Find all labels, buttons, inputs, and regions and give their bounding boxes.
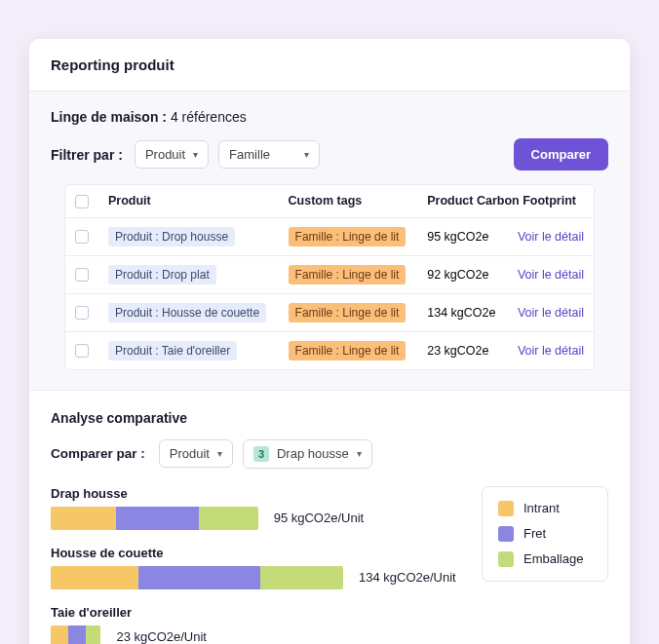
produit-tag: Produit : Drop plat [108, 265, 216, 284]
produit-tag: Produit : Drop housse [108, 227, 235, 246]
card-header: Reporting produit [29, 39, 630, 92]
category-label: Linge de maison : [51, 109, 167, 125]
chevron-down-icon: ▾ [193, 149, 198, 160]
filter-row: Filtrer par : Produit ▾ Famille ▾ Compar… [51, 138, 608, 170]
famille-tag: Famille : Linge de lit [289, 341, 407, 360]
bar-segment [199, 507, 257, 530]
chevron-down-icon: ▾ [304, 149, 309, 160]
famille-tag: Famille : Linge de lit [289, 303, 407, 322]
bar-group: Drap housse95 kgCO2e/Unit [51, 486, 458, 530]
select-value: Produit [170, 446, 210, 461]
filter-select-produit[interactable]: Produit ▾ [135, 140, 209, 169]
compare-by-label: Comparer par : [51, 446, 145, 461]
bar-row: 23 kgCO2e/Unit [51, 625, 458, 644]
row-checkbox[interactable] [75, 230, 89, 244]
stacked-bar [51, 566, 343, 589]
detail-link[interactable]: Voir le détail [518, 306, 584, 320]
bar-title: Drap housse [51, 486, 458, 501]
legend-emballage: Emballage [498, 551, 592, 567]
bar-title: Taie d'oreiller [51, 605, 458, 620]
detail-link[interactable]: Voir le détail [518, 230, 584, 244]
bar-segment [68, 625, 86, 644]
chevron-down-icon: ▾ [357, 448, 362, 459]
detail-link[interactable]: Voir le détail [518, 344, 584, 358]
chart-bars: Drap housse95 kgCO2e/UnitHousse de couet… [51, 486, 458, 644]
swatch-icon [498, 501, 514, 516]
table-row: Produit : Taie d'oreillerFamille : Linge… [65, 331, 594, 369]
bar-segment [260, 566, 343, 589]
swatch-icon [498, 526, 514, 542]
select-value: Produit [145, 147, 185, 162]
selection-count-badge: 3 [253, 446, 269, 462]
table-row: Produit : Drop housseFamille : Linge de … [65, 217, 594, 255]
analysis-section: Analyse comparative Comparer par : Produ… [29, 391, 630, 644]
produit-tag: Produit : Housse de couette [108, 303, 266, 322]
select-all-checkbox[interactable] [75, 195, 89, 208]
pcf-value: 92 kgCO2e [417, 255, 506, 293]
bar-segment [51, 566, 138, 589]
bar-segment [138, 566, 260, 589]
legend-fret: Fret [498, 526, 592, 542]
reference-count: Linge de maison : 4 références [51, 109, 608, 125]
page-title: Reporting produit [51, 57, 608, 73]
legend-intrant: Intrant [498, 501, 592, 516]
analysis-body: Drap housse95 kgCO2e/UnitHousse de couet… [51, 486, 608, 644]
select-value: Famille [229, 147, 270, 162]
produit-tag: Produit : Taie d'oreiller [108, 341, 237, 360]
detail-link[interactable]: Voir le détail [518, 268, 584, 282]
bar-value: 23 kgCO2e/Unit [116, 629, 207, 644]
col-produit: Produit [98, 185, 279, 217]
pcf-value: 134 kgCO2e [417, 293, 506, 331]
legend-label: Fret [523, 526, 546, 541]
filter-section: Linge de maison : 4 références Filtrer p… [29, 92, 630, 391]
filter-select-famille[interactable]: Famille ▾ [218, 140, 320, 169]
pcf-value: 23 kgCO2e [417, 331, 506, 369]
compare-row: Comparer par : Produit ▾ 3 Drap housse ▾ [51, 439, 608, 469]
bar-segment [116, 507, 199, 530]
reference-text: 4 références [171, 109, 247, 125]
swatch-icon [498, 551, 514, 567]
bar-segment [51, 507, 116, 530]
chart-legend: Intrant Fret Emballage [482, 486, 608, 582]
legend-label: Intrant [523, 501, 560, 515]
table-row: Produit : Drop platFamille : Linge de li… [65, 255, 594, 293]
bar-title: Housse de couette [51, 546, 458, 560]
filter-by-label: Filtrer par : [51, 147, 123, 163]
famille-tag: Famille : Linge de lit [289, 265, 407, 284]
bar-segment [51, 625, 68, 644]
bar-group: Housse de couette134 kgCO2e/Unit [51, 546, 458, 589]
table-header-row: Produit Custom tags Product Carbon Footp… [65, 185, 594, 217]
bar-row: 134 kgCO2e/Unit [51, 566, 458, 589]
col-pcf: Product Carbon Footprint [417, 185, 594, 217]
bar-value: 95 kgCO2e/Unit [274, 511, 365, 525]
stacked-bar [51, 507, 258, 530]
analysis-title: Analyse comparative [51, 410, 608, 426]
bar-segment [86, 625, 101, 644]
compare-select-produit[interactable]: Produit ▾ [159, 439, 233, 468]
pcf-value: 95 kgCO2e [417, 217, 506, 255]
compare-select-item[interactable]: 3 Drap housse ▾ [243, 439, 372, 469]
famille-tag: Famille : Linge de lit [289, 227, 407, 246]
product-table: Produit Custom tags Product Carbon Footp… [64, 184, 595, 370]
col-tags: Custom tags [279, 185, 418, 217]
row-checkbox[interactable] [75, 344, 89, 358]
select-value: Drap housse [277, 446, 349, 461]
table-row: Produit : Housse de couetteFamille : Lin… [65, 293, 594, 331]
legend-label: Emballage [523, 551, 583, 566]
compare-button[interactable]: Comparer [514, 138, 608, 170]
stacked-bar [51, 625, 100, 644]
chevron-down-icon: ▾ [217, 448, 222, 459]
bar-row: 95 kgCO2e/Unit [51, 507, 458, 530]
row-checkbox[interactable] [75, 268, 89, 282]
bar-value: 134 kgCO2e/Unit [359, 570, 456, 585]
row-checkbox[interactable] [75, 306, 89, 320]
reporting-card: Reporting produit Linge de maison : 4 ré… [29, 39, 630, 644]
bar-group: Taie d'oreiller23 kgCO2e/Unit [51, 605, 458, 644]
